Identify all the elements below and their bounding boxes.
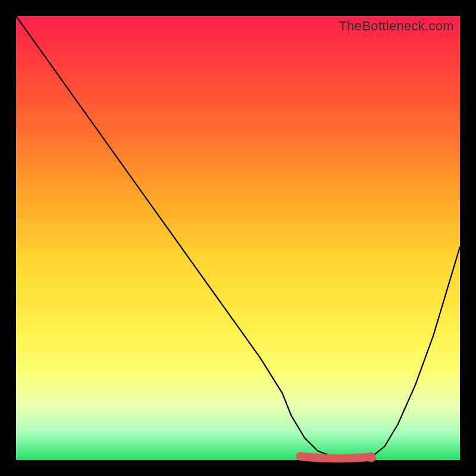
optimal-range-marker xyxy=(300,456,371,459)
plot-area: TheBottleneck.com xyxy=(16,16,460,460)
optimal-point-dot xyxy=(367,453,376,462)
chart-frame: TheBottleneck.com xyxy=(0,0,476,476)
chart-svg xyxy=(16,16,460,460)
bottleneck-curve xyxy=(16,16,460,459)
